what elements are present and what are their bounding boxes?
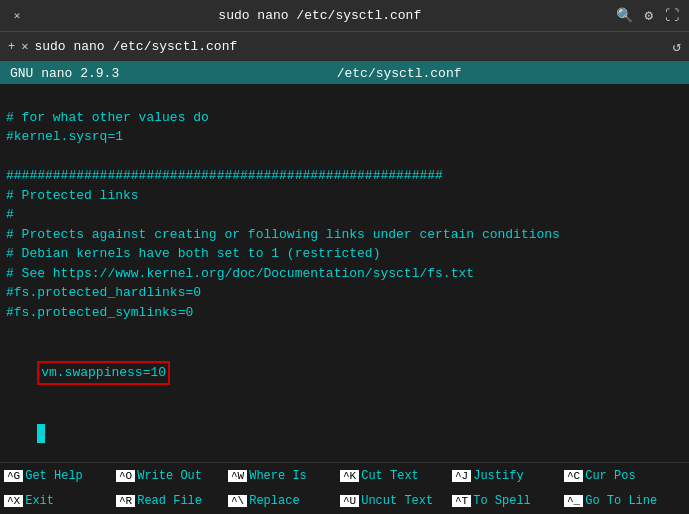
- shortcut-key: ^K: [340, 470, 359, 482]
- search-icon[interactable]: 🔍: [616, 7, 633, 24]
- editor-line: ########################################…: [6, 166, 683, 186]
- nano-filename: /etc/sysctl.conf: [337, 66, 462, 81]
- shortcut-read-file[interactable]: ^R Read File: [116, 494, 228, 508]
- shortcut-to-spell[interactable]: ^T To Spell: [452, 494, 564, 508]
- shortcut-where-is[interactable]: ^W Where Is: [228, 469, 340, 483]
- reload-icon[interactable]: ↺: [673, 38, 681, 55]
- shortcut-key: ^W: [228, 470, 247, 482]
- shortcut-label: Justify: [473, 469, 523, 483]
- shortcut-write-out[interactable]: ^O Write Out: [116, 469, 228, 483]
- shortcut-label: Cut Text: [361, 469, 419, 483]
- shortcut-label: Write Out: [137, 469, 202, 483]
- shortcut-key: ^G: [4, 470, 23, 482]
- shortcut-label: Exit: [25, 494, 54, 508]
- shortcut-key: ^\: [228, 495, 247, 507]
- editor-line: #: [6, 205, 683, 225]
- shortcut-key: ^O: [116, 470, 135, 482]
- shortcut-label: Go To Line: [585, 494, 657, 508]
- shortcut-justify[interactable]: ^J Justify: [452, 469, 564, 483]
- title-bar-left: ✕: [10, 9, 24, 23]
- expand-icon[interactable]: ⛶: [665, 8, 679, 24]
- shortcut-uncut-text[interactable]: ^U Uncut Text: [340, 494, 452, 508]
- editor-line: # for what other values do: [6, 108, 683, 128]
- title-bar: ✕ sudo nano /etc/sysctl.conf 🔍 ⚙ ⛶: [0, 0, 689, 32]
- shortcut-exit[interactable]: ^X Exit: [4, 494, 116, 508]
- shortcut-label: Uncut Text: [361, 494, 433, 508]
- close-tab-button[interactable]: ✕: [21, 39, 28, 54]
- editor-cursor-line: [6, 404, 683, 462]
- shortcut-cut-text[interactable]: ^K Cut Text: [340, 469, 452, 483]
- shortcut-row-2: ^X Exit ^R Read File ^\ Replace ^U Uncut…: [0, 489, 689, 515]
- settings-icon[interactable]: ⚙: [645, 7, 653, 24]
- shortcut-get-help[interactable]: ^G Get Help: [4, 469, 116, 483]
- shortcut-label: Where Is: [249, 469, 307, 483]
- title-bar-actions: 🔍 ⚙ ⛶: [616, 7, 679, 24]
- editor-line: # Debian kernels have both set to 1 (res…: [6, 244, 683, 264]
- editor-line: # Protected links: [6, 186, 683, 206]
- editor-line: [6, 88, 683, 108]
- shortcut-replace[interactable]: ^\ Replace: [228, 494, 340, 508]
- shortcut-label: Replace: [249, 494, 299, 508]
- footer: ^G Get Help ^O Write Out ^W Where Is ^K …: [0, 462, 689, 514]
- shortcut-row-1: ^G Get Help ^O Write Out ^W Where Is ^K …: [0, 463, 689, 489]
- shortcut-key: ^J: [452, 470, 471, 482]
- shortcut-label: To Spell: [473, 494, 531, 508]
- shortcut-key: ^_: [564, 495, 583, 507]
- shortcut-key: ^C: [564, 470, 583, 482]
- shortcut-label: Read File: [137, 494, 202, 508]
- shortcut-key: ^X: [4, 495, 23, 507]
- shortcut-key: ^R: [116, 495, 135, 507]
- editor-line: # Protects against creating or following…: [6, 225, 683, 245]
- shortcut-key: ^T: [452, 495, 471, 507]
- cursor: [37, 424, 45, 444]
- nano-version: GNU nano 2.9.3: [10, 66, 119, 81]
- shortcut-key: ^U: [340, 495, 359, 507]
- editor-highlighted-line: vm.swappiness=10: [6, 342, 683, 405]
- editor-line: [6, 147, 683, 167]
- shortcut-label: Get Help: [25, 469, 83, 483]
- shortcut-label: Cur Pos: [585, 469, 635, 483]
- editor[interactable]: # for what other values do #kernel.sysrq…: [0, 84, 689, 462]
- editor-line: # See https://www.kernel.org/doc/Documen…: [6, 264, 683, 284]
- tab-bar: + ✕ sudo nano /etc/sysctl.conf ↺: [0, 32, 689, 62]
- new-tab-button[interactable]: +: [8, 40, 15, 54]
- shortcut-cur-pos[interactable]: ^C Cur Pos: [564, 469, 676, 483]
- close-button[interactable]: ✕: [10, 9, 24, 23]
- editor-line: #fs.protected_hardlinks=0: [6, 283, 683, 303]
- highlight-box: vm.swappiness=10: [37, 361, 170, 385]
- editor-line: #kernel.sysrq=1: [6, 127, 683, 147]
- title-bar-title: sudo nano /etc/sysctl.conf: [218, 8, 421, 23]
- editor-line: [6, 322, 683, 342]
- shortcut-go-to-line[interactable]: ^_ Go To Line: [564, 494, 676, 508]
- tab-title[interactable]: sudo nano /etc/sysctl.conf: [34, 39, 237, 54]
- nano-header: GNU nano 2.9.3 /etc/sysctl.conf: [0, 62, 689, 84]
- editor-line: #fs.protected_symlinks=0: [6, 303, 683, 323]
